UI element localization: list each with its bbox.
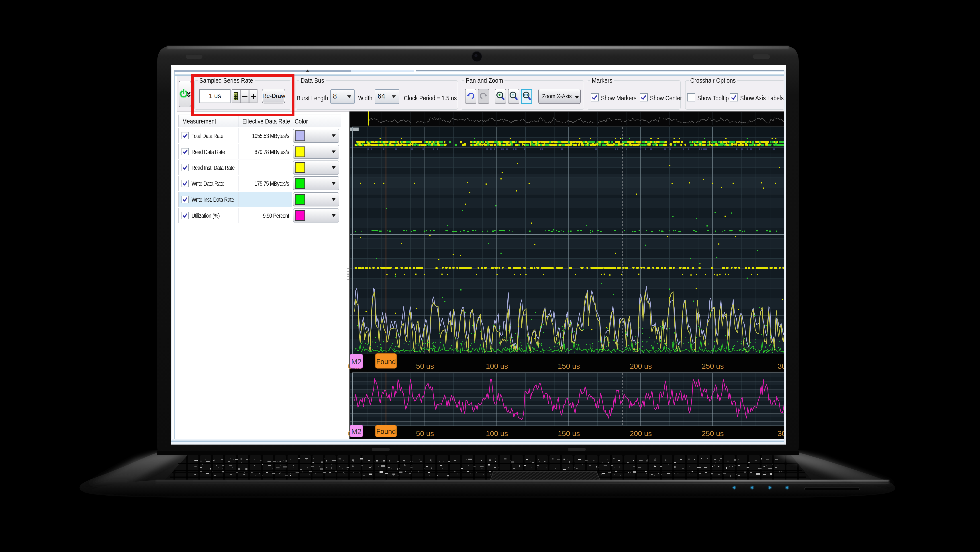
svg-text:M2: M2 [351, 428, 361, 436]
svg-text:50 us: 50 us [416, 362, 434, 370]
svg-text:150 us: 150 us [558, 429, 580, 438]
svg-text:200 us: 200 us [630, 362, 652, 370]
svg-text:Found: Found [376, 428, 396, 436]
svg-text:200 us: 200 us [630, 429, 652, 438]
svg-text:100 us: 100 us [486, 429, 508, 438]
svg-text:50 us: 50 us [416, 429, 434, 438]
svg-text:Found: Found [376, 358, 396, 365]
svg-text:M2: M2 [351, 357, 361, 366]
svg-text:250 us: 250 us [702, 429, 724, 438]
svg-text:150 us: 150 us [558, 362, 580, 370]
svg-text:100 us: 100 us [486, 362, 508, 370]
svg-text:250 us: 250 us [702, 362, 724, 370]
